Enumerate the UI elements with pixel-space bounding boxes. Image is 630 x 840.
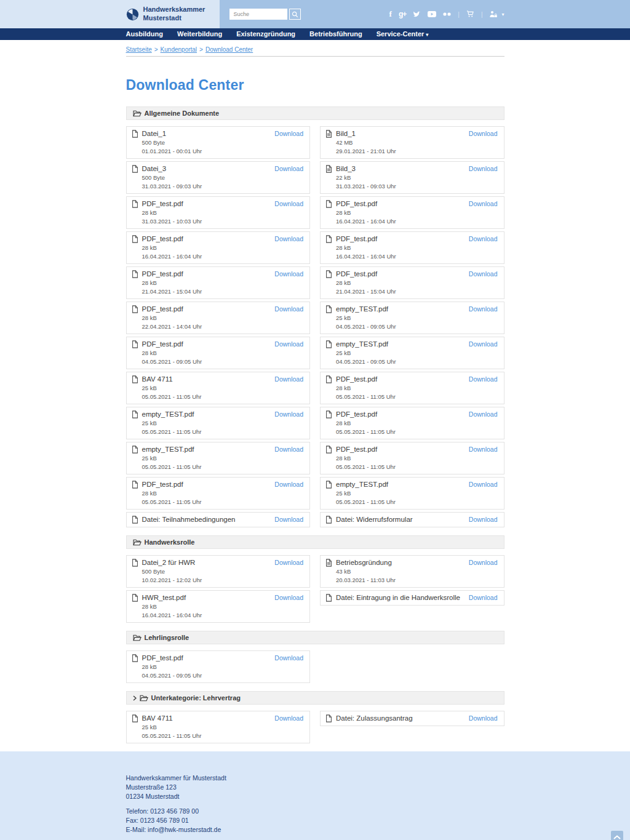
file-size: 25 kB	[142, 385, 202, 392]
chevron-up-icon	[613, 835, 621, 839]
flickr-icon[interactable]	[443, 10, 451, 18]
facebook-icon[interactable]: f	[389, 10, 392, 18]
file-size: 25 kB	[142, 724, 202, 731]
file-size: 22 kB	[336, 174, 396, 182]
download-link[interactable]: Download	[469, 130, 498, 138]
site-footer: Handwerkskammer für Musterstadt Musterst…	[0, 751, 630, 840]
site-header: Handwerkskammer Musterstadt f g+	[0, 0, 630, 28]
download-link[interactable]: Download	[274, 340, 303, 348]
download-link[interactable]: Download	[274, 654, 303, 662]
footer-contact: Telefon: 0123 456 789 00 Fax: 0123 456 7…	[126, 807, 504, 835]
section-header-lehrlingsrolle[interactable]: Lehrlingsrolle	[126, 631, 504, 644]
logo-icon	[126, 8, 139, 21]
nav-item-ausbildung[interactable]: Ausbildung	[126, 28, 164, 40]
youtube-icon[interactable]	[428, 10, 436, 18]
file-name: PDF_test.pdf	[142, 235, 183, 243]
file-size: 28 kB	[336, 279, 396, 287]
download-link[interactable]: Download	[469, 235, 498, 243]
download-link[interactable]: Download	[274, 410, 303, 418]
download-link[interactable]: Download	[274, 235, 303, 243]
file-icon	[132, 446, 138, 454]
download-link[interactable]: Download	[469, 375, 498, 383]
breadcrumb-item-startseite[interactable]: Startseite	[126, 46, 152, 53]
nav-item-existenzgr-ndung[interactable]: Existenzgründung	[236, 28, 295, 40]
file-size: 28 kB	[142, 603, 202, 610]
file-card: PDF_test.pdf28 kB16.04.2021 - 16:04 UhrD…	[320, 231, 504, 264]
file-date: 10.02.2021 - 12:02 Uhr	[142, 577, 202, 584]
twitter-icon[interactable]	[413, 10, 421, 18]
file-name: empty_TEST.pdf	[336, 305, 388, 313]
download-link[interactable]: Download	[274, 305, 303, 313]
file-size: 28 kB	[336, 385, 396, 392]
download-link[interactable]: Download	[274, 270, 303, 278]
file-size: 43 kB	[336, 568, 396, 575]
file-size: 28 kB	[336, 244, 396, 252]
file-name: empty_TEST.pdf	[336, 340, 388, 348]
file-date: 31.03.2021 - 09:03 Uhr	[336, 183, 396, 190]
breadcrumb: Startseite>Kundenportal>Download Center	[126, 40, 504, 57]
section-title: Handwerksrolle	[145, 538, 195, 546]
breadcrumb-item-kundenportal[interactable]: Kundenportal	[161, 46, 197, 53]
footer-email[interactable]: E-Mail: info@hwk-musterstadt.de	[126, 825, 504, 834]
download-link[interactable]: Download	[469, 410, 498, 418]
download-link[interactable]: Download	[469, 200, 498, 208]
breadcrumb-separator: >	[154, 46, 158, 53]
nav-item-weiterbildung[interactable]: Weiterbildung	[177, 28, 222, 40]
download-link[interactable]: Download	[274, 594, 303, 602]
file-card: PDF_test.pdf28 kB22.04.2021 - 14:04 UhrD…	[126, 302, 311, 334]
download-link[interactable]: Download	[469, 340, 498, 348]
main-nav: AusbildungWeiterbildungExistenzgründungB…	[0, 28, 630, 40]
download-link[interactable]: Download	[274, 714, 303, 722]
footer-address-line: Handwerkskammer für Musterstadt	[126, 774, 504, 783]
file-icon	[132, 375, 138, 383]
download-link[interactable]: Download	[274, 130, 303, 138]
nav-item-service-center-dropdown[interactable]: Service-Center▾	[377, 28, 429, 41]
search-group	[229, 9, 301, 20]
account-icon[interactable]	[489, 10, 498, 18]
file-name: Bild_3	[336, 165, 356, 173]
file-name: PDF_test.pdf	[142, 200, 183, 208]
section-title: Allgemeine Dokumente	[145, 110, 220, 117]
download-link[interactable]: Download	[274, 200, 303, 208]
scroll-to-top-button[interactable]	[611, 831, 623, 840]
section-header-handwerksrolle[interactable]: Handwerksrolle	[126, 535, 504, 549]
cart-icon[interactable]	[466, 10, 474, 18]
download-link[interactable]: Download	[274, 446, 303, 454]
file-card: PDF_test.pdf28 kB05.05.2021 - 11:05 UhrD…	[320, 442, 504, 474]
account-caret-icon[interactable]: ▾	[501, 12, 504, 17]
download-link[interactable]: Download	[469, 270, 498, 278]
file-card: PDF_test.pdf28 kB31.03.2021 - 10:03 UhrD…	[126, 196, 311, 229]
file-name: PDF_test.pdf	[142, 270, 183, 278]
search-input[interactable]	[229, 9, 287, 20]
download-link[interactable]: Download	[469, 594, 498, 602]
download-link[interactable]: Download	[469, 305, 498, 313]
file-icon	[325, 481, 332, 489]
main-content: Startseite>Kundenportal>Download Center …	[126, 40, 504, 746]
download-link[interactable]: Download	[274, 375, 303, 383]
file-icon	[325, 594, 332, 602]
google-plus-icon[interactable]: g+	[399, 10, 406, 18]
download-link[interactable]: Download	[469, 516, 498, 524]
file-card: Bild_142 MB29.01.2021 - 21:01 UhrDownloa…	[320, 126, 504, 159]
search-button[interactable]	[289, 9, 301, 20]
nav-item-betriebsf-hrung[interactable]: Betriebsführung	[309, 28, 362, 40]
file-date: 16.04.2021 - 16:04 Uhr	[336, 253, 396, 260]
download-link[interactable]: Download	[274, 516, 303, 524]
download-link[interactable]: Download	[469, 165, 498, 173]
file-icon	[325, 200, 332, 208]
file-name: BAV 4711	[142, 375, 173, 383]
download-link[interactable]: Download	[469, 446, 498, 454]
download-link[interactable]: Download	[274, 165, 303, 173]
file-card: Datei: TeilnahmebedingungenDownload	[126, 512, 311, 527]
download-link[interactable]: Download	[274, 559, 303, 567]
download-link[interactable]: Download	[469, 481, 498, 489]
section-header-allgemeine-dokumente[interactable]: Allgemeine Dokumente	[126, 106, 504, 120]
breadcrumb-item-download-center[interactable]: Download Center	[205, 46, 253, 53]
logo[interactable]: Handwerkskammer Musterstadt	[126, 6, 205, 23]
file-name: empty_TEST.pdf	[336, 481, 388, 489]
download-link[interactable]: Download	[469, 714, 498, 722]
file-date: 04.05.2021 - 09:05 Uhr	[142, 358, 202, 366]
download-link[interactable]: Download	[274, 481, 303, 489]
download-link[interactable]: Download	[469, 559, 498, 567]
section-header-unterkategorie-lehrvertrag[interactable]: Unterkategorie: Lehrvertrag	[126, 691, 504, 705]
